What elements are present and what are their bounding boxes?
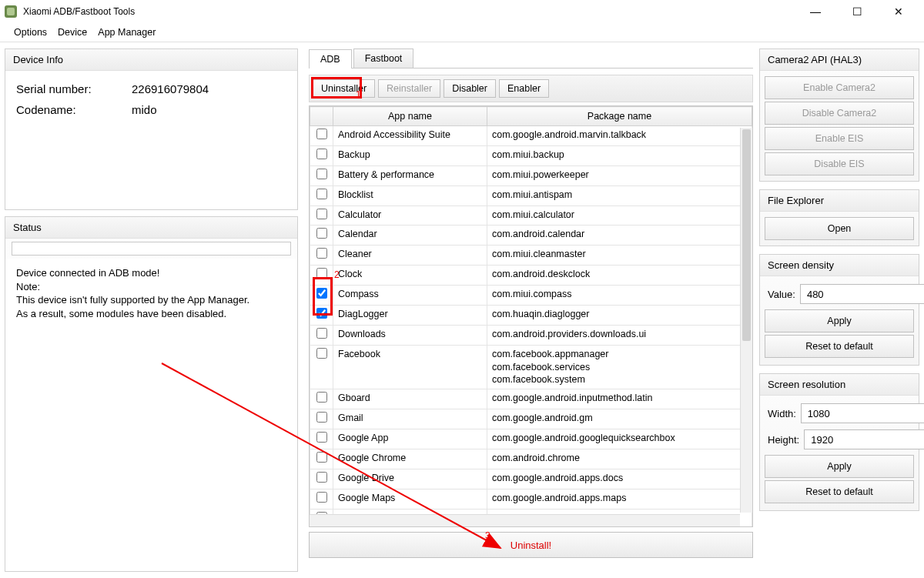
- row-checkbox[interactable]: [316, 209, 327, 219]
- disable-camera2-button[interactable]: Disable Camera2: [765, 102, 914, 125]
- codename-label: Codename:: [16, 99, 132, 120]
- row-checkbox[interactable]: [316, 492, 327, 503]
- row-checkbox-cell[interactable]: [310, 449, 333, 469]
- uninstall-button[interactable]: Uninstall!: [309, 532, 753, 558]
- density-apply-button[interactable]: Apply: [765, 309, 914, 332]
- row-pkgname: com.google.android.marvin.talkback: [487, 126, 752, 146]
- subtab-enabler[interactable]: Enabler: [499, 79, 549, 98]
- row-checkbox[interactable]: [316, 248, 327, 259]
- row-checkbox[interactable]: [316, 268, 327, 279]
- row-checkbox[interactable]: [316, 169, 327, 179]
- row-checkbox[interactable]: [316, 288, 327, 299]
- table-row[interactable]: Downloadscom.android.providers.downloads…: [310, 325, 752, 345]
- row-checkbox[interactable]: [316, 149, 327, 159]
- menu-device[interactable]: Device: [58, 27, 87, 38]
- vertical-scrollbar[interactable]: [740, 128, 752, 513]
- table-row[interactable]: Gboardcom.google.android.inputmethod.lat…: [310, 389, 752, 409]
- row-checkbox[interactable]: [316, 308, 327, 319]
- row-checkbox-cell[interactable]: [310, 226, 333, 246]
- horizontal-scrollbar[interactable]: [310, 514, 740, 526]
- row-checkbox-cell[interactable]: [310, 305, 333, 325]
- table-row[interactable]: Android Accessibility Suitecom.google.an…: [310, 126, 752, 146]
- row-appname: Google Chrome: [333, 449, 487, 469]
- enable-eis-button[interactable]: Enable EIS: [765, 127, 914, 150]
- table-row[interactable]: Google Appcom.google.android.googlequick…: [310, 429, 752, 449]
- file-explorer-title: File Explorer: [760, 190, 919, 212]
- row-checkbox[interactable]: [316, 392, 327, 403]
- row-checkbox[interactable]: [316, 412, 327, 423]
- row-checkbox-cell[interactable]: [310, 409, 333, 429]
- subtab-reinstaller[interactable]: Reinstaller: [378, 79, 440, 98]
- table-row[interactable]: Blocklistcom.miui.antispam: [310, 185, 752, 205]
- row-checkbox-cell[interactable]: [310, 165, 333, 185]
- table-row[interactable]: Facebookcom.facebook.appmanager com.face…: [310, 345, 752, 389]
- row-checkbox-cell[interactable]: [310, 489, 333, 509]
- row-checkbox[interactable]: [316, 129, 327, 139]
- row-checkbox[interactable]: [316, 452, 327, 463]
- row-checkbox-cell[interactable]: [310, 205, 333, 226]
- status-line: This device isn't fully supported by the…: [16, 293, 286, 307]
- resolution-width-input[interactable]: [801, 403, 924, 423]
- row-checkbox[interactable]: [316, 328, 327, 339]
- row-checkbox-cell[interactable]: [310, 185, 333, 205]
- row-checkbox[interactable]: [316, 228, 327, 239]
- table-row[interactable]: Google Mapscom.google.android.apps.maps: [310, 489, 752, 509]
- enable-camera2-button[interactable]: Enable Camera2: [765, 76, 914, 99]
- row-checkbox-cell[interactable]: [310, 345, 333, 389]
- density-reset-button[interactable]: Reset to default: [765, 335, 914, 358]
- row-checkbox-cell[interactable]: [310, 429, 333, 449]
- col-pkgname[interactable]: Package name: [487, 107, 752, 126]
- row-checkbox-cell[interactable]: [310, 266, 333, 286]
- resolution-apply-button[interactable]: Apply: [765, 455, 914, 478]
- table-row[interactable]: DiagLoggercom.huaqin.diaglogger: [310, 305, 752, 325]
- table-row[interactable]: Cleanercom.miui.cleanmaster: [310, 246, 752, 266]
- table-row[interactable]: Google Chromecom.android.chrome: [310, 449, 752, 469]
- row-checkbox[interactable]: [316, 432, 327, 443]
- row-checkbox[interactable]: [316, 348, 327, 359]
- tab-adb[interactable]: ADB: [309, 49, 352, 68]
- row-pkgname: com.miui.compass: [487, 286, 752, 306]
- row-pkgname: com.google.android.gm: [487, 409, 752, 429]
- row-checkbox-cell[interactable]: [310, 286, 333, 306]
- menu-appmgr[interactable]: App Manager: [98, 27, 156, 38]
- maximize-button[interactable]: ☐: [845, 5, 869, 18]
- status-line: Note:: [16, 280, 286, 294]
- table-row[interactable]: Backupcom.miui.backup: [310, 145, 752, 165]
- table-row[interactable]: Battery & performancecom.miui.powerkeepe…: [310, 165, 752, 185]
- row-checkbox[interactable]: [316, 189, 327, 199]
- table-row[interactable]: Calendarcom.android.calendar: [310, 226, 752, 246]
- serial-label: Serial number:: [16, 79, 132, 99]
- tab-fastboot[interactable]: Fastboot: [353, 48, 414, 68]
- minimize-button[interactable]: —: [804, 5, 827, 18]
- device-info-panel: Device Info Serial number: 226916079804 …: [5, 48, 298, 210]
- table-row[interactable]: Clockcom.android.deskclock: [310, 266, 752, 286]
- row-checkbox-cell[interactable]: [310, 389, 333, 409]
- row-checkbox-cell[interactable]: [310, 469, 333, 489]
- close-button[interactable]: ✕: [887, 5, 910, 18]
- annotation-num-1: 1: [356, 89, 361, 100]
- subtab-disabler[interactable]: Disabler: [444, 79, 496, 98]
- disable-eis-button[interactable]: Disable EIS: [765, 152, 914, 175]
- resolution-reset-button[interactable]: Reset to default: [765, 480, 914, 503]
- table-row[interactable]: Gmailcom.google.android.gm: [310, 409, 752, 429]
- row-checkbox-cell[interactable]: [310, 325, 333, 345]
- row-checkbox-cell[interactable]: [310, 246, 333, 266]
- col-appname[interactable]: App name: [333, 107, 487, 126]
- row-appname: Blocklist: [333, 185, 487, 205]
- menu-options[interactable]: Options: [14, 27, 47, 38]
- row-checkbox-cell[interactable]: [310, 126, 333, 146]
- subtab-uninstaller[interactable]: Uninstaller: [313, 79, 375, 98]
- row-checkbox-cell[interactable]: [310, 145, 333, 165]
- row-checkbox[interactable]: [316, 472, 327, 483]
- row-pkgname: com.google.android.apps.docs: [487, 469, 752, 489]
- density-value-input[interactable]: [800, 284, 924, 304]
- col-check[interactable]: [310, 107, 333, 126]
- open-file-explorer-button[interactable]: Open: [765, 217, 914, 240]
- annotation-num-2: 2: [334, 269, 340, 280]
- table-row[interactable]: Google Drivecom.google.android.apps.docs: [310, 469, 752, 489]
- resolution-height-input[interactable]: [804, 429, 924, 449]
- table-row[interactable]: Compasscom.miui.compass: [310, 286, 752, 306]
- table-row[interactable]: Calculatorcom.miui.calculator: [310, 205, 752, 226]
- row-appname: DiagLogger: [333, 305, 487, 325]
- row-pkgname: com.google.android.googlequicksearchbox: [487, 429, 752, 449]
